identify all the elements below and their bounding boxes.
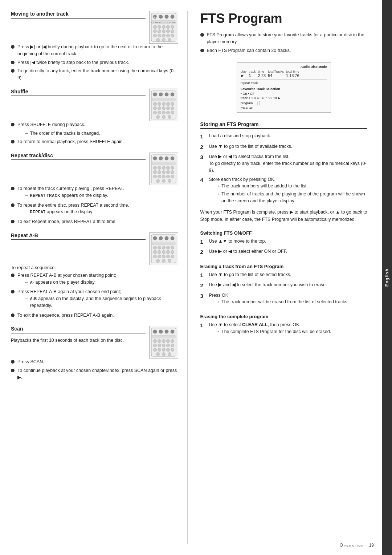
display-total-tracks: 54: [268, 73, 284, 78]
svg-point-107: [166, 340, 170, 343]
svg-point-61: [153, 171, 156, 174]
list-item: To continue playback at your chosen chap…: [11, 367, 178, 381]
display-total-time: 1:13:76: [286, 73, 299, 78]
svg-point-35: [166, 102, 170, 105]
svg-point-83: [166, 246, 170, 249]
svg-point-45: [166, 111, 170, 114]
svg-point-120: [162, 353, 165, 356]
svg-point-91: [158, 255, 161, 258]
svg-point-85: [153, 250, 156, 254]
track-row-label: track: [241, 96, 248, 100]
bullet-icon: [11, 61, 15, 64]
remote-repeat-ab: [149, 232, 178, 265]
display-track-val: 1: [249, 73, 256, 78]
svg-point-78: [171, 236, 174, 240]
clear-all[interactable]: Clear all: [241, 106, 327, 110]
svg-point-108: [171, 340, 174, 343]
moving-heading: Moving to another track: [11, 11, 69, 17]
list-item: To exit the sequence, press REPEAT A-B a…: [11, 312, 178, 319]
svg-point-21: [166, 34, 170, 37]
svg-rect-79: [152, 242, 175, 245]
svg-point-41: [171, 106, 174, 110]
svg-point-14: [158, 30, 161, 33]
list-item: To go directly to any track, enter the t…: [11, 68, 178, 81]
repeat-ab-desc: To repeat a sequence:: [11, 265, 178, 270]
svg-point-99: [153, 330, 157, 333]
svg-point-96: [162, 259, 165, 262]
remote-svg-shuffle: [151, 90, 177, 120]
svg-point-75: [153, 236, 157, 240]
svg-point-59: [166, 166, 170, 170]
list-item: 2Use ▶ and ◀ to select the track number …: [200, 281, 368, 290]
section-repeat-ab: Repeat A-B: [11, 232, 178, 319]
svg-point-33: [158, 102, 161, 105]
list-item: →The order of the tracks is changed.: [11, 130, 178, 137]
svg-point-23: [156, 39, 159, 42]
svg-point-121: [168, 353, 171, 356]
svg-point-19: [158, 34, 161, 37]
svg-point-46: [171, 111, 174, 114]
list-item: 2Use ▶ or ◀ to select either ON or OFF.: [200, 248, 368, 256]
bullet-icon: [11, 313, 15, 317]
svg-point-53: [165, 157, 168, 160]
svg-point-62: [158, 171, 161, 174]
svg-point-9: [158, 25, 161, 29]
side-tab: English: [382, 0, 392, 555]
erasing-track-steps: 1Use ▼ to go to the list of selected tra…: [200, 271, 368, 307]
svg-point-56: [153, 166, 156, 170]
bullet-icon: [11, 45, 15, 49]
svg-point-18: [153, 34, 156, 37]
list-item: Press REPEAT A-B at your chosen starting…: [11, 272, 178, 287]
remote-svg-scan: [151, 327, 177, 357]
svg-point-58: [162, 166, 165, 170]
shuffle-bullets: Press SHUFFLE during playback. →The orde…: [11, 121, 178, 145]
svg-point-92: [162, 255, 165, 258]
svg-point-102: [171, 330, 174, 333]
list-item: 4 Store each track by pressing OK. →The …: [200, 176, 368, 206]
bullet-icon: [11, 290, 15, 293]
program-label: program: [241, 101, 253, 105]
svg-point-48: [162, 115, 165, 118]
storing-steps: 1Load a disc and stop playback. 2Use ▼ t…: [200, 133, 368, 205]
svg-point-15: [162, 30, 165, 33]
svg-point-77: [165, 236, 168, 240]
svg-point-76: [159, 236, 163, 240]
bullet-icon: [11, 187, 15, 190]
svg-point-110: [158, 344, 161, 347]
storing-note: When your FTS Program is complete, press…: [200, 208, 368, 223]
remote-svg-moving: ◄◄ SUBTITLE ANGLE TITLE CLEAR AUDIO: [151, 12, 177, 42]
list-item: 1Use ▲▼ to move to the top.: [200, 238, 368, 246]
svg-point-8: [153, 25, 156, 29]
svg-point-38: [158, 106, 161, 110]
svg-point-3: [159, 15, 163, 19]
svg-point-34: [162, 102, 165, 105]
bullet-icon: [11, 220, 15, 223]
remote-svg-repeat: [151, 154, 177, 184]
svg-point-4: [165, 15, 168, 19]
list-item: 1Use ▼ to go to the list of selected tra…: [200, 271, 368, 280]
footer-page-num: 19: [369, 543, 374, 548]
remote-moving: ◄◄ SUBTITLE ANGLE TITLE CLEAR AUDIO: [149, 11, 178, 44]
list-item: To exit Repeat mode, press REPEAT a thir…: [11, 218, 178, 225]
fav-label: Favourite Track Selection: [241, 87, 327, 91]
svg-point-22: [171, 34, 174, 37]
fts-display: Audio Disc Mode play ► track 1: [237, 62, 331, 113]
svg-text:◄◄: ◄◄: [153, 16, 157, 18]
svg-point-106: [162, 340, 165, 343]
svg-point-28: [159, 93, 163, 96]
svg-point-51: [153, 157, 157, 160]
shuffle-heading: Shuffle: [11, 89, 28, 94]
svg-point-10: [162, 25, 165, 29]
svg-point-43: [158, 111, 161, 114]
section-storing: Storing an FTS Program 1Load a disc and …: [200, 121, 368, 223]
section-shuffle: Shuffle: [11, 89, 178, 145]
svg-point-12: [171, 25, 174, 29]
svg-point-111: [162, 344, 165, 347]
svg-point-17: [171, 30, 174, 33]
svg-point-112: [166, 344, 170, 347]
fts-display-top: play ► track 1 time 2:23: [241, 70, 327, 80]
svg-point-54: [171, 157, 174, 160]
svg-point-109: [153, 344, 156, 347]
svg-point-105: [158, 340, 161, 343]
erasing-track-heading: Erasing a track from an FTS Program: [200, 264, 368, 269]
